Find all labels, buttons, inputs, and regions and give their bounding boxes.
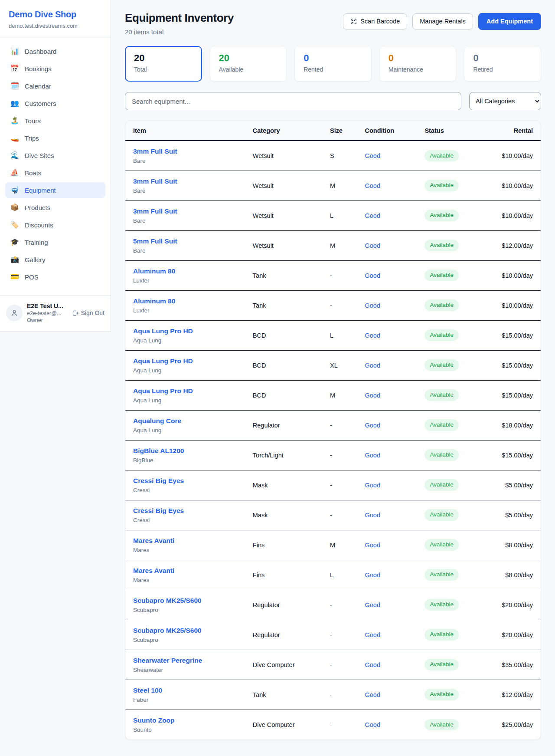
condition-link[interactable]: Good xyxy=(365,272,380,279)
status-badge: Available xyxy=(424,689,459,700)
status-badge: Available xyxy=(424,359,459,371)
add-equipment-label: Add Equipment xyxy=(486,18,533,25)
item-brand: Mares xyxy=(133,547,239,553)
status-badge: Available xyxy=(424,629,459,640)
item-brand: Luxfer xyxy=(133,277,239,284)
condition-link[interactable]: Good xyxy=(365,452,380,459)
sidebar-item-gallery[interactable]: 📸 Gallery xyxy=(5,252,105,267)
barcode-scan-icon xyxy=(350,18,357,25)
stat-card-available[interactable]: 20 Available xyxy=(210,46,287,82)
scan-barcode-button[interactable]: Scan Barcode xyxy=(343,13,407,30)
item-name-link[interactable]: Aqua Lung Pro HD xyxy=(133,387,193,395)
condition-link[interactable]: Good xyxy=(365,542,380,549)
condition-link[interactable]: Good xyxy=(365,721,380,728)
sidebar-item-equipment[interactable]: 🤿 Equipment xyxy=(5,182,105,198)
condition-link[interactable]: Good xyxy=(365,212,380,219)
sidebar-item-dive-sites[interactable]: 🌊 Dive Sites xyxy=(5,148,105,163)
rental-price: $10.00/day xyxy=(502,302,533,309)
nav-item-icon: 📊 xyxy=(10,48,19,55)
item-name-link[interactable]: 3mm Full Suit xyxy=(133,207,177,215)
item-brand: Faber xyxy=(133,697,239,703)
category-filter-select[interactable]: All Categories xyxy=(469,92,541,110)
sidebar-item-bookings[interactable]: 📅 Bookings xyxy=(5,61,105,76)
condition-link[interactable]: Good xyxy=(365,422,380,429)
rental-price: $10.00/day xyxy=(502,152,533,159)
item-name-link[interactable]: Cressi Big Eyes xyxy=(133,477,184,485)
item-name-link[interactable]: Aluminum 80 xyxy=(133,267,175,275)
item-name-link[interactable]: Aqua Lung Pro HD xyxy=(133,327,193,335)
condition-link[interactable]: Good xyxy=(365,512,380,519)
condition-link[interactable]: Good xyxy=(365,631,380,638)
condition-link[interactable]: Good xyxy=(365,182,380,189)
condition-link[interactable]: Good xyxy=(365,602,380,608)
item-name-link[interactable]: Cressi Big Eyes xyxy=(133,507,184,515)
column-header-condition: Condition xyxy=(358,121,418,141)
table-body: 3mm Full Suit Bare Wetsuit S Good Availa… xyxy=(125,141,541,740)
sidebar-item-boats[interactable]: ⛵ Boats xyxy=(5,165,105,181)
item-size: - xyxy=(323,410,358,440)
header-actions: Scan Barcode Manage Rentals Add Equipmen… xyxy=(343,13,541,30)
sidebar-item-calendar[interactable]: 🗓️ Calendar xyxy=(5,78,105,94)
table-row: Aqua Lung Pro HD Aqua Lung BCD L Good Av… xyxy=(125,320,541,350)
item-name-link[interactable]: Aluminum 80 xyxy=(133,297,175,305)
item-name-link[interactable]: Scubapro MK25/S600 xyxy=(133,627,202,634)
item-name-link[interactable]: Suunto Zoop xyxy=(133,717,175,724)
item-name-link[interactable]: Scubapro MK25/S600 xyxy=(133,597,202,605)
search-input[interactable] xyxy=(125,92,461,110)
sidebar-item-pos[interactable]: 💳 POS xyxy=(5,269,105,285)
sidebar-item-products[interactable]: 📦 Products xyxy=(5,200,105,215)
status-badge: Available xyxy=(424,389,459,401)
item-name-link[interactable]: BigBlue AL1200 xyxy=(133,447,184,455)
status-badge: Available xyxy=(424,419,459,431)
rental-price: $15.00/day xyxy=(502,362,533,369)
stat-card-maintenance[interactable]: 0 Maintenance xyxy=(379,46,457,82)
add-equipment-button[interactable]: Add Equipment xyxy=(478,13,541,30)
condition-link[interactable]: Good xyxy=(365,392,380,399)
item-brand: Luxfer xyxy=(133,307,239,314)
page-title: Equipment Inventory xyxy=(125,11,234,25)
item-name-link[interactable]: 3mm Full Suit xyxy=(133,148,177,155)
sidebar-item-dashboard[interactable]: 📊 Dashboard xyxy=(5,43,105,59)
item-size: - xyxy=(323,650,358,680)
scan-barcode-label: Scan Barcode xyxy=(360,18,400,25)
condition-link[interactable]: Good xyxy=(365,152,380,159)
condition-link[interactable]: Good xyxy=(365,332,380,339)
sidebar-item-tours[interactable]: 🏝️ Tours xyxy=(5,113,105,128)
item-size: - xyxy=(323,290,358,320)
table-row: 3mm Full Suit Bare Wetsuit M Good Availa… xyxy=(125,171,541,201)
item-name-link[interactable]: Steel 100 xyxy=(133,687,162,694)
nav-item-label: Discounts xyxy=(25,222,53,228)
sidebar-item-discounts[interactable]: 🏷️ Discounts xyxy=(5,217,105,233)
stat-card-rented[interactable]: 0 Rented xyxy=(294,46,372,82)
item-name-link[interactable]: Mares Avanti xyxy=(133,567,174,575)
rental-price: $25.00/day xyxy=(502,721,533,728)
item-name-link[interactable]: Aqua Lung Pro HD xyxy=(133,357,193,365)
rental-price: $10.00/day xyxy=(502,212,533,219)
sign-out-button[interactable]: Sign Out xyxy=(72,309,104,316)
condition-link[interactable]: Good xyxy=(365,661,380,668)
stat-label: Available xyxy=(219,66,278,73)
condition-link[interactable]: Good xyxy=(365,482,380,489)
item-name-link[interactable]: 3mm Full Suit xyxy=(133,177,177,185)
condition-link[interactable]: Good xyxy=(365,362,380,369)
item-brand: Bare xyxy=(133,247,239,254)
condition-link[interactable]: Good xyxy=(365,572,380,579)
item-name-link[interactable]: Aqualung Core xyxy=(133,417,181,425)
stat-card-retired[interactable]: 0 Retired xyxy=(464,46,541,82)
condition-link[interactable]: Good xyxy=(365,302,380,309)
sidebar-item-trips[interactable]: 🚤 Trips xyxy=(5,130,105,146)
sidebar-item-customers[interactable]: 👥 Customers xyxy=(5,95,105,111)
column-header-rental: Rental xyxy=(482,121,541,141)
item-size: - xyxy=(323,470,358,500)
stat-card-total[interactable]: 20 Total xyxy=(125,46,202,82)
table-row: 5mm Full Suit Bare Wetsuit M Good Availa… xyxy=(125,230,541,260)
manage-rentals-button[interactable]: Manage Rentals xyxy=(412,13,473,30)
item-name-link[interactable]: Mares Avanti xyxy=(133,537,174,545)
item-name-link[interactable]: Shearwater Peregrine xyxy=(133,657,202,664)
condition-link[interactable]: Good xyxy=(365,691,380,698)
item-category: BCD xyxy=(246,380,323,410)
condition-link[interactable]: Good xyxy=(365,242,380,249)
sidebar-item-training[interactable]: 🎓 Training xyxy=(5,234,105,250)
table-row: Aqua Lung Pro HD Aqua Lung BCD M Good Av… xyxy=(125,380,541,410)
item-name-link[interactable]: 5mm Full Suit xyxy=(133,237,177,245)
